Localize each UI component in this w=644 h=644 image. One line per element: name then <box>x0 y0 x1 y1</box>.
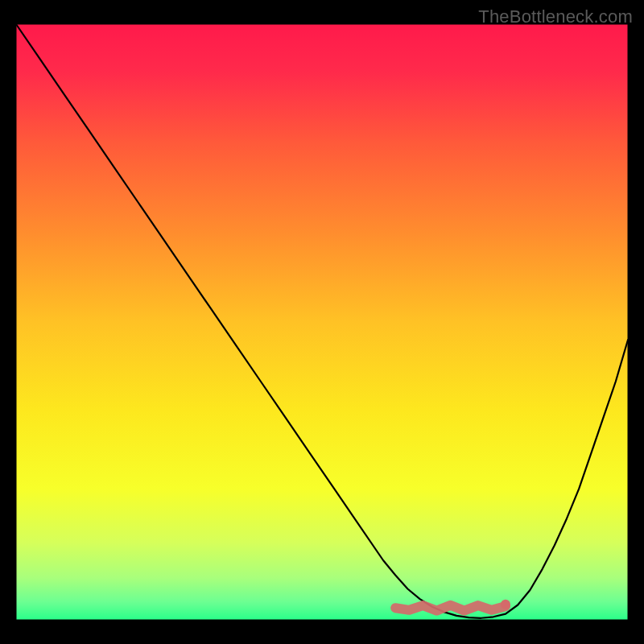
bottleneck-chart <box>0 0 644 644</box>
svg-rect-4 <box>0 0 16 644</box>
svg-rect-5 <box>628 0 644 644</box>
marker-band-optimal-range <box>395 605 506 611</box>
watermark-text: TheBottleneck.com <box>478 6 633 27</box>
svg-rect-1 <box>16 24 628 620</box>
svg-rect-3 <box>0 620 644 644</box>
chart-container: TheBottleneck.com <box>0 0 644 644</box>
marker-dot <box>501 600 510 609</box>
